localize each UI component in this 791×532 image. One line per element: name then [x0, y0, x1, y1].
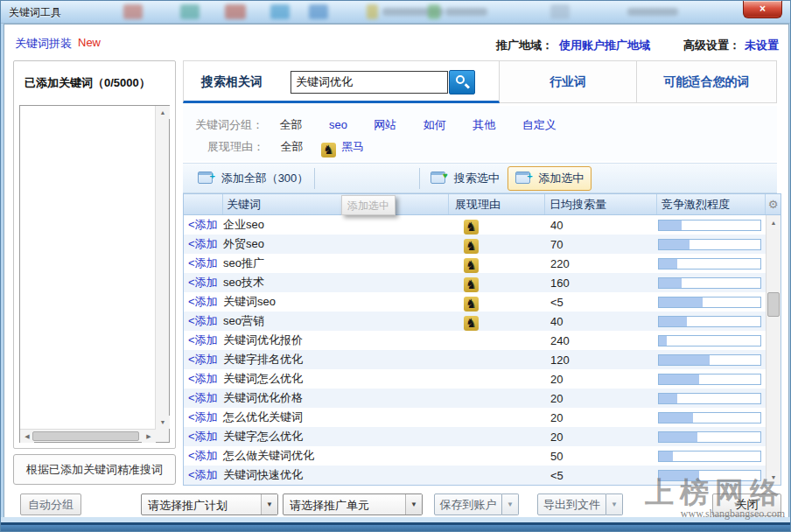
row-reason-cell: ♞: [449, 369, 545, 388]
toolbar-separator: [419, 168, 420, 189]
row-add-link[interactable]: <添加: [188, 468, 218, 481]
group-option-seo[interactable]: seo: [329, 118, 347, 131]
table-row[interactable]: <添加 怎么做关键词优化 ♞ 50: [184, 446, 766, 466]
close-icon[interactable]: ×: [743, 1, 782, 18]
group-option-all[interactable]: 全部: [279, 118, 302, 131]
reason-option-heima[interactable]: 黑马: [341, 140, 364, 153]
row-reason-cell: ♞: [449, 408, 545, 427]
search-icon-handle: [465, 83, 470, 88]
table-row[interactable]: <添加 企业seo ♞ 40: [184, 215, 766, 234]
unit-select-dropdown[interactable]: 请选择推广单元 ▼: [283, 494, 423, 515]
row-add-link[interactable]: <添加: [188, 237, 218, 250]
row-add-cell: <添加: [184, 352, 223, 368]
row-reason-cell: ♞: [449, 466, 545, 485]
row-volume: 50: [545, 450, 657, 463]
advanced-settings-link[interactable]: 未设置: [745, 38, 779, 53]
group-option-other[interactable]: 其他: [472, 118, 495, 131]
search-selected-button[interactable]: ♥ 搜索选中: [430, 167, 500, 190]
save-to-account-button[interactable]: 保存到账户: [434, 494, 502, 515]
scroll-up-icon[interactable]: ▲: [156, 106, 170, 119]
row-add-link[interactable]: <添加: [188, 314, 218, 327]
table-row[interactable]: <添加 seo推广 ♞ 220: [184, 254, 766, 273]
precise-search-button[interactable]: 根据已添加关键词精准搜词: [13, 454, 176, 485]
auto-group-button[interactable]: 自动分组: [20, 494, 81, 515]
scroll-right-icon[interactable]: ▶: [142, 430, 156, 443]
row-add-link[interactable]: <添加: [188, 410, 218, 424]
row-add-link[interactable]: <添加: [188, 218, 218, 231]
table-row[interactable]: <添加 seo营销 ♞ 40: [184, 312, 766, 331]
row-competition-cell: [657, 470, 766, 481]
scrollbar-thumb[interactable]: [767, 292, 780, 317]
row-competition-cell: [657, 220, 766, 231]
table-row[interactable]: <添加 关键字怎么优化 ♞ 20: [184, 427, 766, 446]
search-button[interactable]: [449, 70, 475, 94]
tab-suitable-words[interactable]: 可能适合您的词: [637, 60, 777, 103]
row-add-link[interactable]: <添加: [188, 449, 218, 462]
scrollbar-thumb[interactable]: [32, 431, 139, 441]
table-header-competition[interactable]: 竞争激烈程度: [657, 194, 766, 214]
window-titlebar: 关键词工具 ×: [1, 1, 791, 24]
row-add-link[interactable]: <添加: [188, 353, 218, 366]
gear-icon[interactable]: ⚙: [766, 194, 780, 214]
row-add-cell: <添加: [184, 332, 223, 348]
competition-bar-fill: [659, 355, 710, 365]
listbox-vertical-scrollbar[interactable]: ▲ ▼: [155, 106, 169, 442]
row-competition-cell: [657, 239, 766, 250]
table-row[interactable]: <添加 seo技术 ♞ 160: [184, 273, 766, 292]
plan-select-value: 请选择推广计划: [148, 498, 228, 514]
table-row[interactable]: <添加 关键词优化价格 ♞ 20: [184, 388, 766, 408]
row-add-link[interactable]: <添加: [188, 430, 218, 443]
reason-option-all[interactable]: 全部: [280, 140, 303, 153]
keyword-assemble-link[interactable]: 关键词拼装: [15, 36, 72, 52]
search-selected-icon: ♥: [430, 172, 445, 184]
heima-horse-icon: ♞: [464, 277, 479, 292]
region-value-link[interactable]: 使用账户推广地域: [559, 38, 650, 53]
added-keywords-listbox[interactable]: ▲ ▼ ◀ ▶: [19, 105, 170, 443]
competition-bar: [658, 258, 761, 270]
search-input[interactable]: [290, 71, 448, 94]
row-add-link[interactable]: <添加: [188, 372, 218, 385]
competition-bar-fill: [659, 336, 667, 346]
export-dropdown-arrow-icon[interactable]: ▼: [606, 494, 623, 515]
close-dialog-button[interactable]: 关闭: [712, 494, 781, 516]
scroll-down-icon[interactable]: ▼: [766, 471, 780, 484]
competition-bar-fill: [659, 394, 677, 403]
table-row[interactable]: <添加 关键词优化报价 ♞ 240: [184, 331, 766, 350]
table-row[interactable]: <添加 关键词怎么优化 ♞ 20: [184, 369, 766, 388]
row-add-link[interactable]: <添加: [188, 276, 218, 289]
table-header-volume[interactable]: 日均搜索量: [545, 194, 657, 214]
row-add-cell: <添加: [184, 448, 223, 464]
table-row[interactable]: <添加 外贸seo ♞ 70: [184, 234, 766, 254]
competition-bar: [658, 297, 761, 308]
tab-search-related[interactable]: 搜索相关词: [183, 60, 500, 103]
listbox-horizontal-scrollbar[interactable]: ◀ ▶: [20, 429, 156, 442]
table-row[interactable]: <添加 关键词seo ♞ <5: [184, 292, 766, 312]
competition-bar-fill: [659, 317, 687, 326]
add-all-button[interactable]: + 添加全部（300）: [198, 167, 308, 190]
scroll-up-icon[interactable]: ▲: [766, 216, 780, 229]
row-add-cell: <添加: [184, 217, 223, 233]
export-to-file-button[interactable]: 导出到文件: [537, 494, 606, 515]
row-competition-cell: [657, 412, 766, 424]
row-add-link[interactable]: <添加: [188, 391, 218, 404]
table-row[interactable]: <添加 关键词快速优化 ♞ <5: [184, 466, 766, 485]
tab-industry-words[interactable]: 行业词: [500, 60, 637, 103]
add-selected-icon: +: [515, 172, 530, 184]
plan-select-dropdown[interactable]: 请选择推广计划 ▼: [141, 494, 278, 515]
row-add-link[interactable]: <添加: [188, 333, 218, 346]
table-header-keyword[interactable]: 关键词: [223, 194, 449, 214]
row-keyword: 关键词怎么优化: [223, 371, 449, 387]
group-option-how[interactable]: 如何: [424, 118, 446, 131]
row-competition-cell: [657, 431, 766, 443]
row-add-link[interactable]: <添加: [188, 295, 218, 308]
table-header-reason[interactable]: 展现理由: [449, 194, 545, 214]
group-option-custom[interactable]: 自定义: [522, 118, 556, 131]
table-vertical-scrollbar[interactable]: ▲ ▼: [766, 215, 780, 485]
save-dropdown-arrow-icon[interactable]: ▼: [502, 494, 519, 515]
group-option-website[interactable]: 网站: [374, 118, 396, 131]
table-row[interactable]: <添加 怎么优化关键词 ♞ 20: [184, 408, 766, 427]
scroll-down-icon[interactable]: ▼: [156, 416, 170, 429]
table-row[interactable]: <添加 关键字排名优化 ♞ 120: [184, 350, 766, 369]
add-selected-button[interactable]: + 添加选中: [508, 166, 592, 191]
row-add-link[interactable]: <添加: [188, 256, 218, 270]
